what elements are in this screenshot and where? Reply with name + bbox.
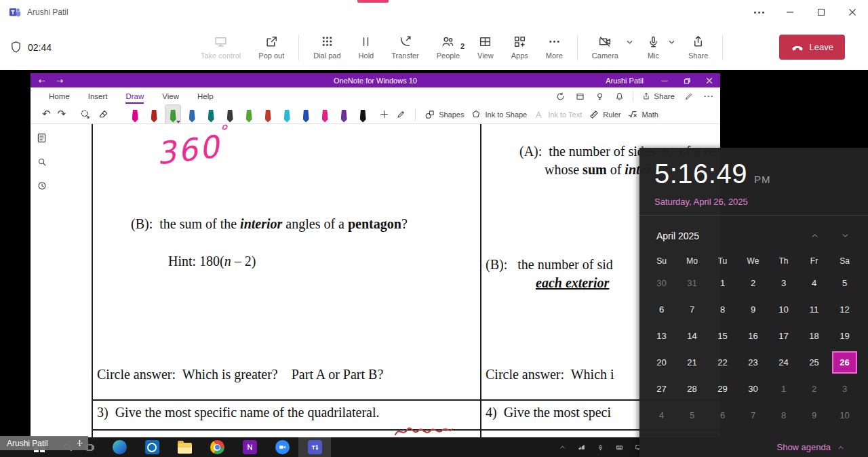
pen-color-button[interactable] — [222, 105, 237, 124]
calendar-day[interactable]: 28 — [677, 376, 707, 402]
calendar-day[interactable]: 10 — [768, 296, 799, 323]
calendar-day[interactable]: 30 — [738, 376, 768, 402]
leave-button[interactable]: Leave — [779, 35, 845, 60]
onenote-close-button[interactable] — [698, 73, 720, 87]
maximize-button[interactable] — [806, 0, 837, 24]
calendar-day[interactable]: 4 — [799, 270, 829, 296]
pen-color-button[interactable] — [241, 105, 256, 124]
tab-help[interactable]: Help — [197, 89, 214, 104]
onenote-restore-button[interactable] — [675, 73, 698, 87]
share-button[interactable]: Share — [679, 35, 717, 60]
calendar-day[interactable]: 4 — [646, 402, 677, 429]
calendar-day[interactable]: 21 — [677, 349, 707, 376]
tab-view[interactable]: View — [162, 89, 179, 104]
tab-home[interactable]: Home — [49, 89, 70, 104]
taskbar-app-zoom[interactable] — [266, 437, 298, 457]
calendar-day-today[interactable]: 26 — [829, 349, 860, 376]
ink-to-shape-button[interactable]: Ink to Shape — [467, 108, 530, 121]
hidden-icons-button[interactable] — [555, 437, 570, 457]
transfer-button[interactable]: Transfer — [382, 35, 428, 60]
lasso-select-button[interactable] — [76, 107, 94, 121]
math-button[interactable]: Math — [624, 108, 661, 121]
sync-button[interactable] — [554, 90, 567, 103]
edit-mode-button[interactable] — [683, 90, 695, 102]
pen-color-button[interactable] — [279, 105, 294, 124]
taskbar-app-teams[interactable] — [298, 437, 331, 457]
ruler-button[interactable]: Ruler — [585, 108, 624, 121]
calendar-day[interactable]: 1 — [768, 376, 799, 402]
calendar-day[interactable]: 27 — [646, 376, 677, 402]
mic-tray-button[interactable] — [593, 437, 608, 457]
calendar-day[interactable]: 10 — [829, 402, 860, 429]
mic-button[interactable]: Mic — [637, 35, 669, 60]
calendar-day[interactable]: 24 — [768, 349, 799, 376]
page-canvas[interactable]: 360° (B): the sum of the interior angles… — [53, 124, 720, 437]
hold-button[interactable]: Hold — [350, 35, 383, 60]
pop-out-button[interactable]: Pop out — [250, 35, 293, 60]
page-list-button[interactable] — [35, 131, 49, 145]
pen-color-button[interactable] — [298, 105, 313, 124]
calendar-day[interactable]: 25 — [799, 349, 829, 376]
calendar-day[interactable]: 2 — [799, 376, 829, 402]
calendar-day[interactable]: 30 — [646, 270, 677, 296]
keyboard-tray-button[interactable] — [612, 437, 627, 457]
people-button[interactable]: 2 People — [428, 35, 469, 60]
titlebar-more-button[interactable] — [743, 0, 774, 24]
pen-color-button[interactable] — [184, 105, 199, 124]
camera-button[interactable]: Camera — [583, 35, 627, 60]
calendar-next-month-button[interactable] — [835, 226, 855, 244]
taskbar-app-edge[interactable] — [103, 437, 136, 457]
view-button[interactable]: View — [469, 35, 502, 60]
calendar-day[interactable]: 8 — [768, 402, 799, 429]
show-agenda-button[interactable]: Show agenda — [776, 442, 845, 452]
forward-icon[interactable]: → — [56, 77, 63, 85]
pen-color-button[interactable] — [203, 105, 218, 124]
calendar-day[interactable]: 13 — [646, 323, 677, 349]
shapes-button[interactable]: Shapes — [421, 108, 467, 121]
calendar-day[interactable]: 3 — [829, 376, 860, 402]
calendar-day[interactable]: 6 — [646, 296, 677, 323]
apps-button[interactable]: Apps — [502, 35, 537, 60]
switch-view-button[interactable] — [574, 90, 587, 103]
take-control-button[interactable]: Take control — [192, 35, 250, 60]
pen-color-button[interactable] — [165, 105, 180, 124]
calendar-day[interactable]: 12 — [829, 296, 860, 323]
add-pen-button[interactable] — [376, 108, 393, 121]
notifications-button[interactable] — [613, 90, 626, 103]
calendar-day[interactable]: 11 — [799, 296, 829, 323]
network-tray-button[interactable] — [574, 437, 589, 457]
undo-button[interactable]: ↶ — [39, 108, 54, 121]
calendar-day[interactable]: 20 — [646, 349, 677, 376]
calendar-day[interactable]: 7 — [738, 402, 768, 429]
onenote-minimize-button[interactable] — [653, 73, 675, 87]
calendar-day[interactable]: 15 — [707, 323, 738, 349]
calendar-day[interactable]: 8 — [707, 296, 738, 323]
presenter-label[interactable]: Arushi Patil — [0, 436, 88, 450]
clock-full-date[interactable]: Saturday, April 26, 2025 — [654, 197, 748, 207]
calendar-day[interactable]: 23 — [738, 349, 768, 376]
taskbar-app-onenote[interactable] — [233, 437, 266, 457]
search-button[interactable] — [35, 155, 49, 169]
calendar-day[interactable]: 6 — [707, 402, 738, 429]
calendar-day[interactable]: 5 — [677, 402, 707, 429]
dial-pad-button[interactable]: Dial pad — [304, 35, 349, 60]
more-button[interactable]: More — [537, 35, 572, 60]
redo-button[interactable]: ↷ — [54, 108, 70, 121]
pen-color-button[interactable] — [127, 105, 142, 124]
calendar-day[interactable]: 14 — [677, 323, 707, 349]
back-icon[interactable]: ← — [39, 77, 45, 85]
pen-color-button[interactable] — [355, 105, 370, 124]
calendar-day[interactable]: 9 — [738, 296, 768, 323]
calendar-day[interactable]: 31 — [677, 270, 707, 296]
taskbar-app-file-explorer[interactable] — [168, 437, 201, 457]
calendar-day[interactable]: 22 — [707, 349, 738, 376]
stylus-settings-button[interactable] — [393, 108, 410, 121]
taskbar-app-outlook[interactable] — [136, 437, 168, 457]
calendar-day[interactable]: 3 — [768, 270, 799, 296]
calendar-day[interactable]: 19 — [829, 323, 860, 349]
calendar-day[interactable]: 17 — [768, 323, 799, 349]
calendar-day[interactable]: 18 — [799, 323, 829, 349]
calendar-day[interactable]: 1 — [707, 270, 738, 296]
calendar-day[interactable]: 2 — [738, 270, 768, 296]
tab-draw[interactable]: Draw — [125, 89, 144, 104]
